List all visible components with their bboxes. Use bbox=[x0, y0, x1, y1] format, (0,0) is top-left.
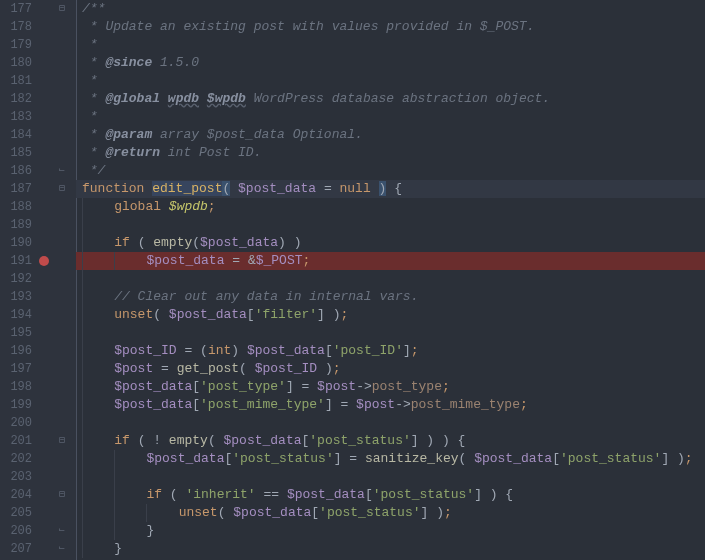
gutter-row[interactable]: 198 bbox=[0, 378, 76, 396]
code-line[interactable]: if ( ! empty( $post_data['post_status'] … bbox=[76, 432, 705, 450]
gutter-row[interactable]: 182 bbox=[0, 90, 76, 108]
code-line[interactable]: } bbox=[76, 540, 705, 558]
gutter-row[interactable]: 189 bbox=[0, 216, 76, 234]
code-token: 'post_ID' bbox=[333, 343, 403, 358]
code-token: ( bbox=[130, 235, 153, 250]
code-token: empty bbox=[169, 433, 208, 448]
code-line[interactable]: /** bbox=[76, 0, 705, 18]
code-token: function bbox=[82, 181, 152, 196]
code-token: ] ) { bbox=[474, 487, 513, 502]
fold-collapse-icon[interactable]: ⊟ bbox=[59, 486, 65, 504]
fold-collapse-icon[interactable]: ⊟ bbox=[59, 180, 65, 198]
code-token: ; bbox=[208, 199, 216, 214]
fold-column[interactable]: ⊟ bbox=[52, 0, 72, 18]
code-token: 'post_type' bbox=[200, 379, 286, 394]
gutter-row[interactable]: 202 bbox=[0, 450, 76, 468]
fold-column[interactable]: ⊟ bbox=[52, 180, 72, 198]
gutter-row[interactable]: 180 bbox=[0, 54, 76, 72]
fold-column[interactable]: ⊟ bbox=[52, 486, 72, 504]
code-token: * bbox=[82, 127, 105, 142]
gutter-row[interactable]: 195 bbox=[0, 324, 76, 342]
line-number: 197 bbox=[0, 360, 36, 378]
gutter-row[interactable]: 197 bbox=[0, 360, 76, 378]
code-token: ( bbox=[239, 361, 255, 376]
gutter-row[interactable]: 204⊟ bbox=[0, 486, 76, 504]
gutter-row[interactable]: 177⊟ bbox=[0, 0, 76, 18]
code-token: 'post_status' bbox=[309, 433, 410, 448]
code-area[interactable]: /** * Update an existing post with value… bbox=[76, 0, 705, 560]
gutter-row[interactable]: 190 bbox=[0, 234, 76, 252]
gutter-row[interactable]: 205 bbox=[0, 504, 76, 522]
gutter-row[interactable]: 207⌙ bbox=[0, 540, 76, 558]
code-token: $post_ID bbox=[255, 361, 317, 376]
gutter-row[interactable]: 194 bbox=[0, 306, 76, 324]
code-line[interactable] bbox=[76, 414, 705, 432]
code-line[interactable]: * Update an existing post with values pr… bbox=[76, 18, 705, 36]
fold-column[interactable]: ⊟ bbox=[52, 432, 72, 450]
gutter-row[interactable]: 183 bbox=[0, 108, 76, 126]
fold-collapse-icon[interactable]: ⊟ bbox=[59, 432, 65, 450]
gutter-row[interactable]: 185 bbox=[0, 144, 76, 162]
gutter-row[interactable]: 199 bbox=[0, 396, 76, 414]
gutter-row[interactable]: 191 bbox=[0, 252, 76, 270]
code-line[interactable]: if ( empty($post_data) ) bbox=[76, 234, 705, 252]
code-token bbox=[161, 433, 169, 448]
gutter-row[interactable]: 181 bbox=[0, 72, 76, 90]
code-line[interactable]: $post_data['post_status'] = sanitize_key… bbox=[76, 450, 705, 468]
code-line[interactable]: * @global wpdb $wpdb WordPress database … bbox=[76, 90, 705, 108]
code-token: 'post_mime_type' bbox=[200, 397, 325, 412]
fold-collapse-icon[interactable]: ⊟ bbox=[59, 0, 65, 18]
gutter-row[interactable]: 186⌙ bbox=[0, 162, 76, 180]
gutter-row[interactable]: 184 bbox=[0, 126, 76, 144]
code-line[interactable]: } bbox=[76, 522, 705, 540]
gutter-row[interactable]: 200 bbox=[0, 414, 76, 432]
gutter-row[interactable]: 178 bbox=[0, 18, 76, 36]
code-token: if bbox=[114, 433, 130, 448]
fold-column[interactable]: ⌙ bbox=[52, 162, 72, 180]
code-line[interactable]: */ bbox=[76, 162, 705, 180]
code-line[interactable]: * @since 1.5.0 bbox=[76, 54, 705, 72]
code-token: = bbox=[349, 451, 357, 466]
code-line[interactable]: unset( $post_data['filter'] ); bbox=[76, 306, 705, 324]
code-token: ; bbox=[303, 253, 311, 268]
code-line[interactable]: if ( 'inherit' == $post_data['post_statu… bbox=[76, 486, 705, 504]
breakpoint-column[interactable] bbox=[36, 256, 52, 266]
code-line[interactable]: $post_data['post_mime_type'] = $post->po… bbox=[76, 396, 705, 414]
gutter-row[interactable]: 179 bbox=[0, 36, 76, 54]
gutter-row[interactable]: 196 bbox=[0, 342, 76, 360]
line-number: 190 bbox=[0, 234, 36, 252]
code-line[interactable]: unset( $post_data['post_status'] ); bbox=[76, 504, 705, 522]
code-line[interactable] bbox=[76, 216, 705, 234]
gutter-row[interactable]: 206⌙ bbox=[0, 522, 76, 540]
code-line[interactable] bbox=[76, 270, 705, 288]
code-line[interactable]: $post = get_post( $post_ID ); bbox=[76, 360, 705, 378]
code-line[interactable]: global $wpdb; bbox=[76, 198, 705, 216]
code-line[interactable]: $post_ID = (int) $post_data['post_ID']; bbox=[76, 342, 705, 360]
gutter-row[interactable]: 201⊟ bbox=[0, 432, 76, 450]
code-line[interactable]: * @return int Post ID. bbox=[76, 144, 705, 162]
fold-column[interactable]: ⌙ bbox=[52, 522, 72, 540]
gutter[interactable]: 177⊟178179180181182183184185186⌙187⊟1881… bbox=[0, 0, 76, 560]
code-line[interactable]: * bbox=[76, 72, 705, 90]
code-line[interactable]: function edit_post( $post_data = null ) … bbox=[76, 180, 705, 198]
code-token bbox=[309, 379, 317, 394]
gutter-row[interactable]: 188 bbox=[0, 198, 76, 216]
code-line[interactable]: $post_data['post_type'] = $post->post_ty… bbox=[76, 378, 705, 396]
gutter-row[interactable]: 187⊟ bbox=[0, 180, 76, 198]
code-token: $post_data bbox=[146, 451, 224, 466]
code-line[interactable]: $post_data = &$_POST; bbox=[76, 252, 705, 270]
gutter-row[interactable]: 203 bbox=[0, 468, 76, 486]
code-line[interactable]: * bbox=[76, 108, 705, 126]
gutter-row[interactable]: 193 bbox=[0, 288, 76, 306]
code-token: * bbox=[82, 145, 105, 160]
code-line[interactable]: // Clear out any data in internal vars. bbox=[76, 288, 705, 306]
code-token: $post_ID bbox=[114, 343, 176, 358]
gutter-row[interactable]: 192 bbox=[0, 270, 76, 288]
breakpoint-icon[interactable] bbox=[39, 256, 49, 266]
fold-column[interactable]: ⌙ bbox=[52, 540, 72, 558]
code-token bbox=[316, 181, 324, 196]
code-line[interactable]: * bbox=[76, 36, 705, 54]
code-line[interactable]: * @param array $post_data Optional. bbox=[76, 126, 705, 144]
code-line[interactable] bbox=[76, 468, 705, 486]
code-line[interactable] bbox=[76, 324, 705, 342]
